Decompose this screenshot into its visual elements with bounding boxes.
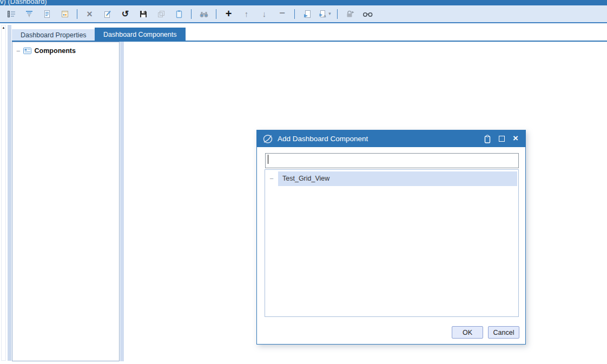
save-icon — [139, 10, 148, 18]
left-scrollbar[interactable]: ▲ — [1, 25, 6, 361]
document-button[interactable] — [38, 7, 56, 21]
application-window: v) (Dashboard) × ↺ — [0, 0, 607, 364]
preview-button[interactable] — [359, 7, 377, 21]
add-icon: + — [226, 8, 232, 19]
add-component-dialog: Add Dashboard Component × − Test_Grid_Vi… — [256, 130, 526, 345]
gutter-strip — [8, 25, 11, 361]
toolbar-separator — [77, 9, 77, 19]
toolbar-separator — [191, 9, 192, 19]
document-icon — [43, 10, 51, 18]
app-logo-icon — [262, 134, 273, 144]
delete-button[interactable]: × — [81, 7, 98, 21]
permissions-button[interactable] — [341, 7, 359, 21]
find-icon — [199, 10, 209, 18]
export-icon — [303, 10, 312, 18]
add-button[interactable]: + — [220, 7, 237, 21]
remove-button[interactable]: − — [273, 7, 291, 21]
filter-icon — [25, 10, 34, 18]
toolbar: × ↺ + ↑ ↓ − — [0, 5, 607, 23]
export-options-button[interactable]: a ▾ — [316, 7, 334, 21]
ok-button[interactable]: OK — [452, 326, 483, 339]
delete-icon: × — [87, 9, 93, 19]
toolbar-separator — [216, 9, 216, 19]
paste-button[interactable] — [170, 7, 188, 21]
clipboard-icon — [484, 135, 491, 143]
svg-text:a: a — [324, 13, 326, 18]
component-properties-button[interactable] — [2, 7, 20, 21]
move-up-icon: ↑ — [245, 10, 249, 18]
dialog-button-row: OK Cancel — [452, 326, 519, 339]
preview-glasses-icon — [362, 10, 373, 18]
close-button[interactable]: × — [513, 134, 518, 143]
schedule-icon — [61, 10, 69, 18]
clipboard-button[interactable] — [484, 135, 491, 143]
permissions-icon — [345, 10, 354, 18]
move-up-button[interactable]: ↑ — [237, 7, 255, 21]
remove-icon: − — [279, 8, 285, 18]
dialog-titlebar[interactable]: Add Dashboard Component × — [257, 130, 525, 147]
export-button[interactable] — [298, 7, 316, 21]
move-down-icon: ↓ — [262, 10, 267, 18]
component-listbox[interactable]: − Test_Grid_View — [265, 169, 519, 317]
copy-button[interactable] — [152, 7, 170, 21]
copy-icon — [157, 10, 166, 18]
collapse-icon[interactable]: − — [16, 48, 21, 55]
save-button[interactable] — [134, 7, 152, 21]
text-caret — [268, 155, 268, 164]
chevron-down-icon: ▾ — [328, 11, 331, 16]
dialog-title: Add Dashboard Component — [278, 135, 484, 143]
list-item-test-grid-view[interactable]: − Test_Grid_View — [265, 171, 518, 186]
window-titlebar: v) (Dashboard) — [0, 0, 607, 5]
scroll-up-icon[interactable]: ▲ — [2, 25, 5, 30]
edit-icon — [103, 10, 112, 18]
toolbar-separator — [337, 9, 338, 19]
collapse-icon[interactable]: − — [265, 175, 278, 183]
move-down-button[interactable]: ↓ — [255, 7, 273, 21]
components-tree-panel: − Components — [12, 42, 120, 361]
paste-icon — [175, 10, 183, 18]
tab-dashboard-properties[interactable]: Dashboard Properties — [12, 29, 95, 41]
export-options-icon: a — [319, 10, 327, 18]
toolbar-separator — [294, 9, 295, 19]
panel-splitter[interactable] — [120, 42, 124, 361]
find-button[interactable] — [195, 7, 213, 21]
list-item-label: Test_Grid_View — [278, 171, 517, 186]
component-search-input[interactable] — [265, 153, 519, 168]
schedule-button[interactable] — [56, 7, 74, 21]
tree-node-components[interactable]: − Components — [16, 47, 119, 55]
refresh-button[interactable]: ↺ — [116, 7, 134, 21]
tab-dashboard-components[interactable]: Dashboard Components — [95, 28, 186, 42]
window-title: v) (Dashboard) — [0, 0, 47, 5]
edit-button[interactable] — [98, 7, 116, 21]
refresh-icon: ↺ — [122, 10, 129, 18]
cancel-button[interactable]: Cancel — [488, 326, 519, 339]
filter-button[interactable] — [20, 7, 38, 21]
component-properties-icon — [7, 10, 16, 18]
tree-node-label: Components — [35, 47, 76, 55]
components-icon — [23, 47, 32, 55]
maximize-button[interactable] — [499, 136, 505, 142]
